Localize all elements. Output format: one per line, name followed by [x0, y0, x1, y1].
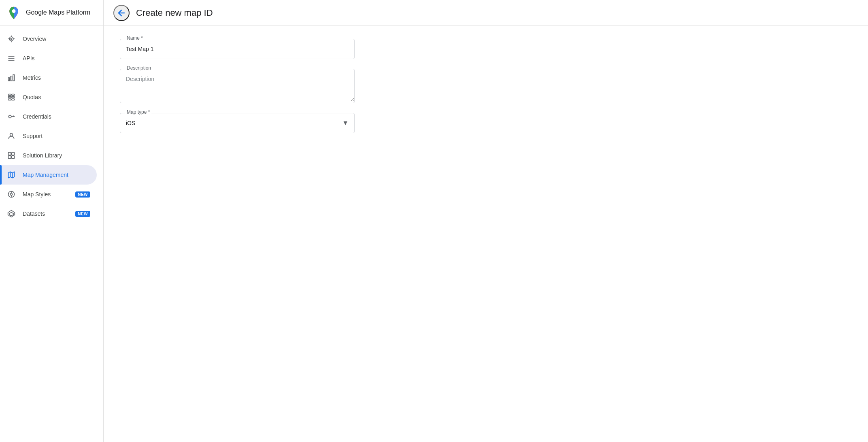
- new-badge-datasets: NEW: [75, 211, 90, 217]
- sidebar-item-quotas[interactable]: Quotas: [0, 87, 97, 107]
- svg-rect-26: [12, 156, 15, 159]
- form-area: Name Description Map type * JavaScript A…: [104, 26, 868, 442]
- svg-rect-14: [9, 96, 11, 98]
- svg-rect-12: [13, 75, 14, 81]
- sidebar-item-label: APIs: [23, 55, 90, 62]
- name-input[interactable]: [120, 39, 354, 59]
- svg-rect-17: [12, 96, 15, 98]
- name-field-group: Name: [120, 39, 355, 59]
- sidebar-item-label: Map Styles: [23, 191, 72, 198]
- svg-rect-11: [11, 76, 12, 81]
- datasets-icon: [6, 209, 16, 219]
- app-title: Google Maps Platform: [26, 8, 90, 17]
- sidebar-item-label: Credentials: [23, 113, 90, 120]
- svg-point-31: [11, 193, 13, 196]
- sidebar: Google Maps Platform Overview: [0, 0, 104, 442]
- map-type-field-group: Map type * JavaScript Android iOS ▼: [120, 113, 355, 133]
- sidebar-item-label: Map Management: [23, 172, 90, 178]
- sidebar-item-datasets[interactable]: Datasets NEW: [0, 204, 97, 223]
- svg-point-0: [12, 9, 16, 13]
- svg-point-2: [9, 37, 13, 41]
- name-field-wrapper: Name: [120, 39, 355, 59]
- description-textarea[interactable]: [120, 69, 354, 102]
- svg-point-1: [11, 38, 12, 39]
- sidebar-item-label: Quotas: [23, 94, 90, 100]
- svg-rect-15: [9, 99, 11, 100]
- svg-rect-18: [12, 99, 15, 100]
- sidebar-header: Google Maps Platform: [0, 0, 103, 26]
- svg-rect-24: [12, 153, 15, 155]
- back-button[interactable]: [113, 5, 130, 21]
- map-styles-icon: [6, 189, 16, 199]
- sidebar-item-map-management[interactable]: Map Management: [0, 165, 97, 185]
- sidebar-item-support[interactable]: Support: [0, 126, 97, 146]
- sidebar-item-label: Overview: [23, 36, 90, 42]
- support-icon: [6, 131, 16, 141]
- sidebar-item-label: Solution Library: [23, 152, 90, 159]
- svg-marker-35: [9, 212, 13, 216]
- map-type-label: Map type *: [125, 109, 151, 115]
- main-header: Create new map ID: [104, 0, 868, 26]
- new-badge-map-styles: NEW: [75, 191, 90, 198]
- sidebar-item-overview[interactable]: Overview: [0, 29, 97, 49]
- description-field-wrapper: Description: [120, 69, 355, 103]
- name-label: Name: [125, 35, 145, 41]
- sidebar-item-credentials[interactable]: Credentials: [0, 107, 97, 126]
- sidebar-item-solution-library[interactable]: Solution Library: [0, 146, 97, 165]
- sidebar-item-label: Metrics: [23, 74, 90, 81]
- overview-icon: [6, 34, 16, 44]
- sidebar-item-label: Datasets: [23, 210, 72, 217]
- apis-icon: [6, 53, 16, 63]
- sidebar-item-label: Support: [23, 133, 90, 139]
- description-label: Description: [125, 65, 153, 71]
- google-maps-logo: [6, 6, 21, 20]
- svg-point-22: [10, 133, 13, 136]
- svg-rect-10: [9, 78, 10, 81]
- metrics-icon: [6, 73, 16, 83]
- credentials-icon: [6, 112, 16, 121]
- map-type-select[interactable]: JavaScript Android iOS: [120, 113, 354, 133]
- svg-rect-25: [9, 156, 11, 159]
- sidebar-nav: Overview APIs Metrics: [0, 26, 103, 442]
- svg-point-19: [9, 115, 11, 118]
- page-title: Create new map ID: [136, 8, 213, 18]
- solution-library-icon: [6, 151, 16, 160]
- svg-marker-27: [9, 172, 15, 178]
- svg-rect-13: [9, 94, 11, 96]
- description-field-group: Description: [120, 69, 355, 103]
- svg-rect-16: [12, 94, 15, 96]
- main-content: Create new map ID Name Description Map t…: [104, 0, 868, 442]
- map-management-icon: [6, 170, 16, 180]
- sidebar-item-map-styles[interactable]: Map Styles NEW: [0, 185, 97, 204]
- map-type-select-wrapper: Map type * JavaScript Android iOS ▼: [120, 113, 355, 133]
- quotas-icon: [6, 92, 16, 102]
- svg-rect-23: [9, 153, 11, 155]
- sidebar-item-apis[interactable]: APIs: [0, 49, 97, 68]
- sidebar-item-metrics[interactable]: Metrics: [0, 68, 97, 87]
